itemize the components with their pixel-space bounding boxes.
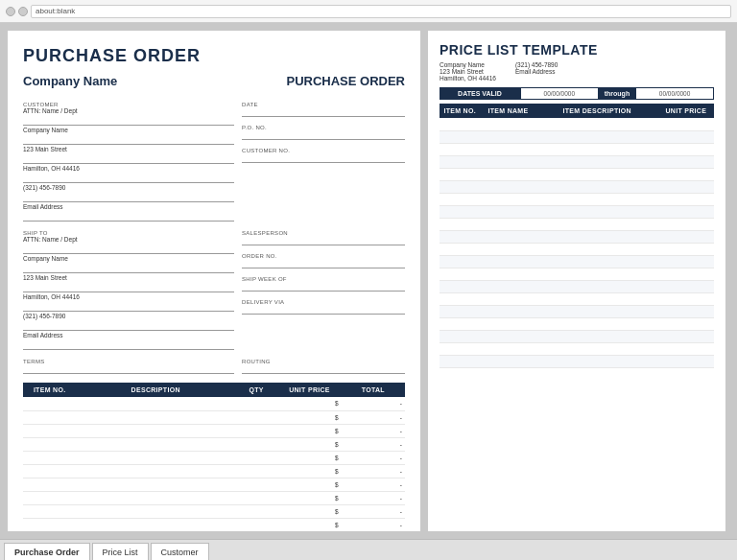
email-line (23, 212, 234, 222)
po-row-total: - (342, 464, 405, 478)
po-title: PURCHASE ORDER (23, 46, 405, 66)
po-row-price: $ (277, 464, 341, 478)
po-row-price: $ (277, 451, 341, 464)
pl-row-item-name (480, 143, 535, 155)
pl-row-unit-price (658, 292, 714, 305)
url-bar[interactable] (31, 5, 731, 18)
pl-row-item-no (440, 280, 480, 292)
po-table-row: $ - (23, 478, 405, 491)
pl-row-item-no (440, 218, 480, 230)
city-row: Hamilton, OH 44416 (23, 165, 234, 174)
po-row-item (23, 451, 76, 464)
tab-customer[interactable]: Customer (151, 543, 209, 560)
po-row-desc (76, 504, 235, 518)
pl-table-row (440, 280, 714, 292)
pl-row-item-no (440, 130, 480, 143)
dates-valid-label: DATES VALID (440, 87, 520, 100)
ship-attn: ATTN: Name / Dept (23, 236, 234, 245)
pl-table-row (440, 230, 714, 243)
pl-row-item-no (440, 355, 480, 367)
pl-row-item-name (480, 180, 535, 193)
pl-company-info: Company Name 123 Main Street Hamilton, O… (440, 61, 714, 82)
pl-row-item-name (480, 342, 535, 355)
pl-row-item-no (440, 243, 480, 255)
po-row-item (23, 491, 76, 504)
pl-row-item-no (440, 317, 480, 330)
pl-row-item-desc (536, 193, 658, 205)
pl-row-item-no (440, 255, 480, 268)
pl-row-item-no (440, 193, 480, 205)
pl-row-item-name (480, 280, 535, 292)
ship-email-line (23, 340, 234, 350)
pl-title: PRICE LIST TEMPLATE (440, 42, 714, 58)
ship-attn-line (23, 245, 234, 254)
email-row: Email Address (23, 203, 234, 212)
po-row-qty (235, 478, 277, 491)
po-row-total: - (342, 504, 405, 518)
salesperson-line (242, 236, 405, 245)
ship-company: Company Name (23, 255, 234, 264)
pl-table-row (440, 355, 714, 367)
to-date: 00/00/0000 (635, 87, 714, 100)
price-list-sheet: PRICE LIST TEMPLATE Company Name 123 Mai… (428, 31, 725, 531)
city-line (23, 174, 234, 183)
nav-back[interactable] (6, 7, 15, 16)
pl-th-unit-price: UNIT PRICE (658, 104, 714, 118)
po-row-qty (235, 491, 277, 504)
po-row-price: $ (277, 397, 341, 410)
tab-price-list[interactable]: Price List (92, 543, 149, 560)
po-row-desc (76, 424, 235, 437)
purchase-order-sheet: PURCHASE ORDER Company Name PURCHASE ORD… (8, 31, 420, 531)
po-row-desc (76, 397, 235, 410)
pl-row-unit-price (658, 118, 714, 130)
pl-row-item-desc (536, 268, 658, 280)
po-table-row: $ - (23, 518, 405, 531)
po-row-total: - (342, 518, 405, 531)
pl-row-item-no (440, 118, 480, 130)
nav-bar (0, 0, 737, 23)
pl-row-unit-price (658, 218, 714, 230)
th-unit-price: UNIT PRICE (277, 383, 341, 397)
company-line (23, 135, 234, 145)
po-row-qty (235, 410, 277, 424)
pl-th-item-no: ITEM NO. (440, 104, 480, 118)
main-content: PURCHASE ORDER Company Name PURCHASE ORD… (0, 23, 737, 539)
pl-row-item-desc (536, 255, 658, 268)
pl-row-unit-price (658, 342, 714, 355)
pl-table-row (440, 292, 714, 305)
po-right-fields: DATE P.O. NO. CUSTOMER NO. (242, 98, 405, 222)
pl-row-item-name (480, 243, 535, 255)
pl-row-unit-price (658, 268, 714, 280)
tab-purchase-order[interactable]: Purchase Order (4, 543, 90, 560)
po-row-item (23, 518, 76, 531)
phone-row: (321) 456-7890 (23, 184, 234, 193)
pl-row-item-desc (536, 130, 658, 143)
pl-table-row (440, 255, 714, 268)
pl-row-item-name (480, 355, 535, 367)
terms-col: TERMS (23, 355, 234, 375)
pl-table-row (440, 193, 714, 205)
pl-row-item-name (480, 193, 535, 205)
po-table-row: $ - (23, 410, 405, 424)
po-row-total: - (342, 451, 405, 464)
pl-row-item-no (440, 330, 480, 342)
po-row-item (23, 478, 76, 491)
pl-row-unit-price (658, 243, 714, 255)
pl-row-unit-price (658, 280, 714, 292)
pl-row-item-no (440, 205, 480, 218)
pl-row-item-no (440, 342, 480, 355)
pl-row-unit-price (658, 255, 714, 268)
pl-row-item-desc (536, 180, 658, 193)
po-table-row: $ - (23, 464, 405, 478)
po-center: PURCHASE ORDER (286, 74, 405, 88)
pl-row-item-no (440, 168, 480, 180)
ship-week-line (242, 282, 405, 292)
pl-right-info: (321) 456-7890 Email Address (515, 61, 558, 82)
po-table-row: $ - (23, 397, 405, 410)
pl-table-row (440, 330, 714, 342)
address-row: 123 Main Street (23, 146, 234, 154)
nav-forward[interactable] (18, 7, 28, 16)
pl-row-item-desc (536, 205, 658, 218)
th-description: DESCRIPTION (76, 383, 235, 397)
po-row-desc (76, 437, 235, 451)
